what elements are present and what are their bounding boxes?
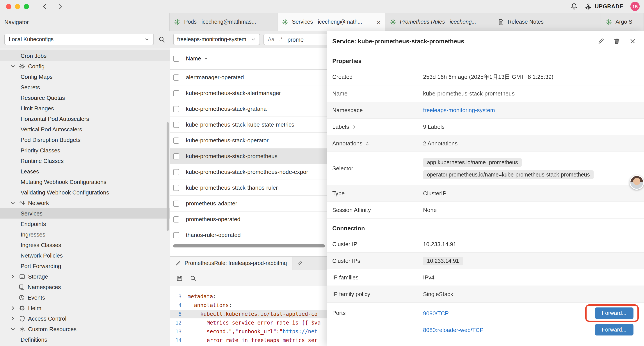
sidebar-item-endpoints[interactable]: Endpoints [0,219,170,229]
row-checkbox[interactable] [173,185,179,191]
row-checkbox[interactable] [173,200,179,207]
table-row-kube-prometheus-stack-operator[interactable]: kube-prometheus-stack-operator [170,133,327,148]
close-tab-icon[interactable]: × [376,19,380,25]
table-row-kube-prometheus-stack-kube-state-metrics[interactable]: kube-prometheus-stack-kube-state-metrics [170,117,327,133]
editor-search-icon[interactable] [190,275,196,281]
property-label: IP family policy [332,291,423,297]
sidebar-item-pod-disruption-budgets[interactable]: Pod Disruption Budgets [0,134,170,145]
tab-services-icecheng-math[interactable]: Services - icecheng@math...× [278,13,385,31]
sidebar-item-helm[interactable]: Helm [0,303,170,313]
match-case-toggle[interactable]: Aa [268,36,274,42]
forward-icon[interactable] [57,3,64,10]
sidebar-item-mutating-webhook-configurations[interactable]: Mutating Webhook Configurations [0,177,170,187]
sidebar-item-services[interactable]: Services [0,208,170,219]
zoom-window-button[interactable] [24,4,29,9]
sidebar-item-runtime-classes[interactable]: Runtime Classes [0,155,170,166]
search-icon[interactable] [158,36,165,43]
sidebar-item-port-forwarding[interactable]: Port Forwarding [0,261,170,271]
sidebar-item-config[interactable]: Config [0,61,170,71]
sidebar-item-storage[interactable]: Storage [0,271,170,282]
sidebar-item-ingress-classes[interactable]: Ingress Classes [0,240,170,250]
sidebar-item-label: Network Policies [20,252,63,259]
regex-toggle[interactable]: .* [279,36,282,42]
unfold-more-icon[interactable] [351,124,357,129]
tab-pods-icecheng-mathmas[interactable]: Pods - icecheng@mathmas... [170,13,278,31]
sidebar-item-config-maps[interactable]: Config Maps [0,71,170,82]
table-row-prometheus-adapter[interactable]: prometheus-adapter [170,196,327,212]
sidebar-item-priority-classes[interactable]: Priority Classes [0,145,170,155]
row-checkbox[interactable] [173,106,179,112]
sidebar-item-network-policies[interactable]: Network Policies [0,250,170,261]
row-checkbox[interactable] [173,90,179,96]
table-row-kube-prometheus-stack-prometheus[interactable]: kube-prometheus-stack-prometheus [170,148,327,164]
forward-button[interactable]: Forward... [595,308,634,319]
sidebar-item-validating-webhook-configurations[interactable]: Validating Webhook Configurations [0,187,170,198]
delete-service-icon[interactable] [613,37,620,44]
user-avatar[interactable] [630,175,644,190]
chevron-down-icon[interactable] [10,63,16,69]
horizontal-scrollbar[interactable] [173,244,325,248]
sidebar-item-namespaces[interactable]: Namespaces [0,282,170,292]
table-row-kube-prometheus-stack-prometheus-node-expor[interactable]: kube-prometheus-stack-prometheus-node-ex… [170,164,327,180]
table-row-prometheus-operated[interactable]: prometheus-operated [170,212,327,227]
unfold-more-icon[interactable] [364,141,370,146]
save-icon[interactable] [176,275,183,281]
table-row-alertmanager-operated[interactable]: alertmanager-operated [170,70,327,85]
row-checkbox[interactable] [173,122,179,128]
row-checkbox[interactable] [173,74,179,80]
editor-dock-tab-partial[interactable] [293,257,307,270]
back-icon[interactable] [41,3,48,10]
chevron-down-icon[interactable] [10,326,16,332]
close-drawer-icon[interactable] [629,37,636,44]
row-checkbox[interactable] [173,216,179,222]
sidebar-item-resource-quotas[interactable]: Resource Quotas [0,92,170,103]
kubeconfig-selector[interactable]: Local Kubeconfigs [4,34,154,45]
sidebar-item-access-control[interactable]: Access Control [0,313,170,324]
table-row-kube-prometheus-stack-alertmanager[interactable]: kube-prometheus-stack-alertmanager [170,85,327,101]
code-line: 13 second.","runbook_url":"https://net [170,327,327,336]
editor-dock-tab[interactable]: PrometheusRule: freeleaps-prod-rabbitmq [170,257,293,270]
table-row-kube-prometheus-stack-thanos-ruler[interactable]: kube-prometheus-stack-thanos-ruler [170,180,327,196]
table-row-thanos-ruler-operated[interactable]: thanos-ruler-operated [170,227,327,243]
tab-release-notes[interactable]: Release Notes [493,13,601,31]
notification-count-badge[interactable]: 15 [630,2,640,11]
table-row-kube-prometheus-stack-grafana[interactable]: kube-prometheus-stack-grafana [170,101,327,117]
chevron-down-icon[interactable] [10,200,16,206]
row-checkbox[interactable] [173,153,179,159]
select-all-checkbox[interactable] [173,55,179,61]
sidebar-item-cron-jobs[interactable]: Cron Jobs [0,50,170,61]
port-link[interactable]: 8080:reloader-web/TCP [423,327,484,333]
chevron-right-icon[interactable] [10,316,16,321]
sort-ascending-icon[interactable] [203,56,208,61]
upgrade-button[interactable]: UPGRADE [584,3,624,10]
sidebar-item-vertical-pod-autoscalers[interactable]: Vertical Pod Autoscalers [0,124,170,134]
sidebar-item-network[interactable]: Network [0,198,170,208]
tab-argo-s[interactable]: Argo S [601,13,644,31]
sidebar-item-ingresses[interactable]: Ingresses [0,229,170,240]
name-column-header[interactable]: Name [186,55,201,62]
property-row-name: Namekube-prometheus-stack-prometheus [327,85,644,102]
chevron-right-icon[interactable] [10,305,16,311]
chevron-right-icon[interactable] [10,274,16,279]
port-link[interactable]: 9090/TCP [423,310,449,317]
sidebar-item-limit-ranges[interactable]: Limit Ranges [0,103,170,113]
close-window-button[interactable] [6,4,12,9]
notifications-bell-icon[interactable] [570,3,578,10]
row-checkbox[interactable] [173,232,179,238]
row-checkbox[interactable] [173,169,179,175]
namespace-filter-dropdown[interactable]: freeleaps-monitoring-system [173,34,260,45]
sidebar-item-definitions[interactable]: Definitions [0,334,170,345]
forward-button[interactable]: Forward... [595,324,634,336]
sidebar-item-secrets[interactable]: Secrets [0,82,170,92]
namespace-link[interactable]: freeleaps-monitoring-system [423,107,495,113]
sidebar-scrollbar[interactable] [166,122,169,231]
tab-prometheus-rules-icecheng[interactable]: Prometheus Rules - icecheng... [385,13,493,31]
sidebar-item-events[interactable]: Events [0,292,170,303]
edit-service-icon[interactable] [598,37,604,44]
minimize-window-button[interactable] [15,4,20,9]
sidebar-item-leases[interactable]: Leases [0,166,170,177]
yaml-editor[interactable]: 3metadata:4 annotations:5 kubectl.kubern… [170,286,327,346]
sidebar-item-horizontal-pod-autoscalers[interactable]: Horizontal Pod Autoscalers [0,113,170,124]
row-checkbox[interactable] [173,137,179,143]
sidebar-item-custom-resources[interactable]: Custom Resources [0,324,170,334]
